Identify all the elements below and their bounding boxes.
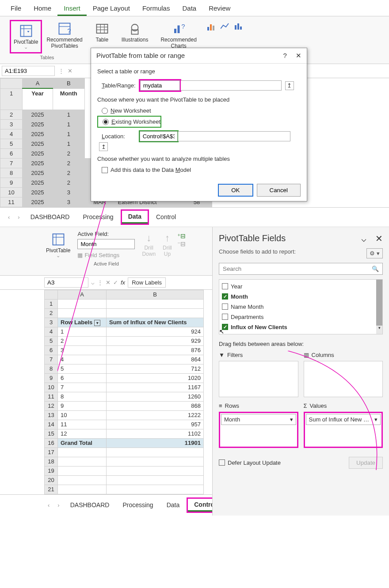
grand-total-label[interactable]: Grand Total (58, 438, 107, 448)
field-year[interactable]: Year (221, 281, 381, 292)
accept-fx-icon[interactable]: ✓ (113, 279, 118, 286)
tab-data[interactable]: Data (176, 2, 202, 16)
tab-data-bottom[interactable]: Data (160, 499, 186, 511)
rows-area[interactable]: Month▾ (219, 412, 298, 448)
tab-page-layout[interactable]: Page Layout (87, 2, 136, 16)
pivottable-icon (19, 24, 33, 38)
collapse-icon[interactable]: ⁻⊟ (177, 240, 186, 247)
svg-rect-14 (178, 26, 180, 34)
search-input[interactable] (223, 266, 372, 272)
col-header-b[interactable]: B (53, 79, 84, 89)
name-box-bottom[interactable] (44, 277, 88, 288)
field-name-month[interactable]: Name Month (221, 302, 381, 312)
cancel-button[interactable]: Cancel (257, 184, 301, 197)
svg-text:?: ? (67, 27, 71, 34)
illustrations-button[interactable]: Illustrations (120, 20, 150, 45)
tab-processing[interactable]: Processing (76, 211, 119, 223)
row-labels-header[interactable]: Row Labels▾ (58, 318, 107, 327)
header-year[interactable]: Year (23, 88, 53, 110)
rows-chip-month[interactable]: Month▾ (221, 414, 296, 425)
recommended-pivot-label: Recommended PivotTables (46, 37, 82, 49)
grand-total-value[interactable]: 11901 (107, 438, 204, 448)
tab-dashboard[interactable]: DASHBOARD (24, 211, 76, 223)
table-icon (95, 22, 109, 36)
nav-next-icon[interactable]: › (14, 212, 23, 222)
chevron-down-icon[interactable]: ⌵ (361, 234, 366, 243)
col-header-a[interactable]: A (23, 79, 53, 89)
chevron-down-icon: ⌵ (25, 45, 27, 49)
columns-area[interactable] (304, 361, 383, 397)
header-month[interactable]: Month (53, 88, 84, 110)
name-box-top[interactable] (2, 66, 55, 76)
field-settings-button[interactable]: ▦ Field Settings (77, 252, 135, 258)
fx-icon[interactable]: fx (121, 279, 125, 286)
field-departments[interactable]: Departments (221, 312, 381, 322)
defer-checkbox[interactable]: Defer Layout Update (219, 459, 281, 466)
nav-next-icon[interactable]: › (54, 500, 63, 510)
table-range-label: Table/Range: (97, 82, 137, 89)
multi-tables-label: Choose whether you want to analyze multi… (97, 156, 301, 162)
tab-formulas[interactable]: Formulas (136, 2, 176, 16)
values-header[interactable]: Sum of Influx of New Clients (107, 318, 204, 327)
tab-data[interactable]: Data (122, 211, 148, 224)
location-input[interactable] (140, 131, 178, 141)
chart-icon-2[interactable] (221, 23, 230, 32)
active-field-input[interactable] (77, 239, 135, 249)
formula-text[interactable]: Row Labels (128, 277, 166, 288)
expand-icon[interactable]: ⁺⊟ (177, 232, 186, 239)
nav-prev-icon[interactable]: ‹ (44, 500, 53, 510)
chart-icon-1[interactable] (207, 23, 217, 32)
field-month[interactable]: ✓Month (221, 292, 381, 302)
add-data-model-checkbox[interactable]: Add this data to the Data Model (102, 167, 301, 173)
pivottable-fields-pane: PivotTable Fields ⌵ ✕ Choose fields to a… (212, 227, 389, 516)
close-icon[interactable]: ✕ (296, 52, 301, 59)
ok-button[interactable]: OK (218, 184, 253, 197)
recommended-charts-button[interactable]: ? Recommended Charts (159, 20, 198, 51)
collapse-range-icon[interactable]: ↥ (285, 81, 294, 90)
close-pane-icon[interactable]: ✕ (375, 234, 383, 243)
filters-area[interactable] (219, 361, 298, 397)
values-area[interactable]: Sum of Influx of New …▾ (304, 412, 383, 448)
arrow-down-icon: ↓ (146, 232, 151, 244)
table-range-input[interactable] (140, 80, 180, 91)
tab-home[interactable]: Home (27, 2, 57, 16)
filter-dropdown-icon[interactable]: ▾ (94, 320, 100, 326)
pivottable-options-button[interactable]: PivotTable ⌵ (44, 231, 72, 272)
values-chip-influx[interactable]: Sum of Influx of New …▾ (306, 414, 381, 425)
values-icon: Σ (304, 402, 307, 409)
search-box[interactable]: 🔍 (219, 263, 383, 275)
pivottable-button[interactable]: PivotTable ⌵ (12, 22, 40, 51)
tab-review[interactable]: Review (202, 2, 236, 16)
existing-worksheet-radio[interactable]: Existing Worksheet (103, 118, 160, 125)
location-label: Location: (97, 133, 137, 140)
tab-processing-bottom[interactable]: Processing (116, 499, 159, 511)
drill-up-button: ↑ Drill Up (161, 231, 174, 272)
tab-control[interactable]: Control (150, 211, 182, 223)
dropdown-icon[interactable]: ⋮ (58, 68, 64, 74)
svg-rect-17 (210, 24, 212, 30)
recommended-pivot-icon: ? (57, 22, 72, 36)
chevron-down-icon: ⌵ (57, 254, 59, 258)
gear-icon[interactable]: ⚙ ▾ (366, 248, 383, 258)
scrollbar[interactable]: ▾ (376, 280, 382, 334)
search-icon: 🔍 (372, 266, 379, 272)
tab-file[interactable]: File (4, 2, 27, 16)
recommended-pivot-button[interactable]: ? Recommended PivotTables (45, 20, 84, 53)
rows-icon: ≡ (219, 402, 222, 409)
cancel-fx-icon[interactable]: ✕ (66, 68, 74, 74)
chart-icon-3[interactable] (234, 23, 244, 32)
field-list: Year ✓Month Name Month Departments ✓Infl… (219, 279, 383, 334)
nav-prev-icon[interactable]: ‹ (4, 212, 13, 222)
table-button[interactable]: Table (93, 20, 111, 45)
namebox-dropdown-icon[interactable]: ⌵ (91, 279, 95, 286)
tab-dashboard-bottom[interactable]: DASHBOARD (64, 499, 116, 511)
new-worksheet-radio[interactable]: New Worksheet (102, 107, 301, 114)
svg-text:?: ? (181, 23, 185, 30)
field-influx[interactable]: ✓Influx of New Clients↖▾ (221, 322, 381, 332)
collapse-location-icon[interactable]: ↥ (99, 142, 108, 151)
help-icon[interactable]: ? (283, 52, 286, 59)
cancel-fx-icon[interactable]: ✕ (106, 279, 111, 286)
tab-insert[interactable]: Insert (57, 2, 87, 16)
tables-group-label: Tables (40, 55, 54, 60)
field-settings-icon: ▦ (77, 252, 83, 258)
